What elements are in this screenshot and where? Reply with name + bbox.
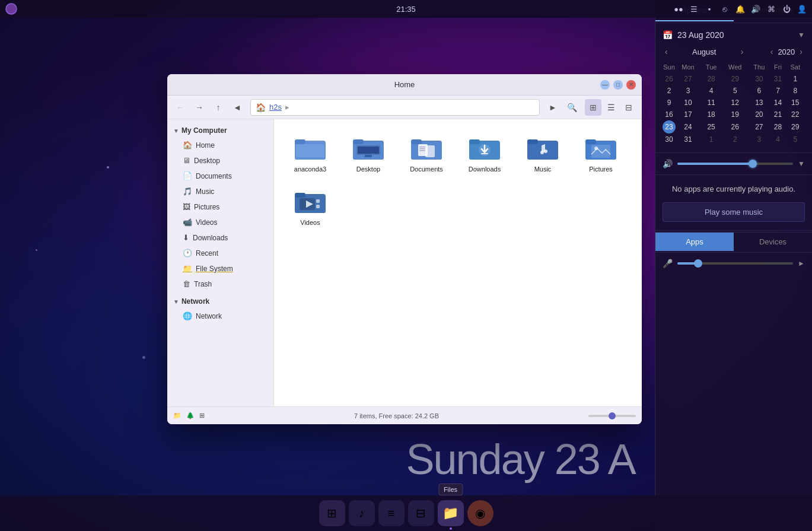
volume-thumb[interactable] xyxy=(749,160,757,168)
sidebar-section-my-computer[interactable]: ▼ My Computer xyxy=(167,124,273,137)
dock-item-music[interactable]: ♪ xyxy=(349,500,375,526)
cal-day[interactable]: 25 xyxy=(700,120,722,133)
window-close-button[interactable]: ✕ xyxy=(626,80,636,90)
play-music-button[interactable]: Play some music xyxy=(663,202,805,222)
folder-music[interactable]: Music xyxy=(516,129,569,177)
cal-day[interactable]: 14 xyxy=(770,97,785,109)
fm-zoom-slider[interactable] xyxy=(588,415,636,417)
taskbar-volume-icon[interactable]: 🔊 xyxy=(750,4,761,14)
dock-item-files[interactable]: 📁 Files xyxy=(438,500,464,526)
cal-day[interactable]: 28 xyxy=(700,73,722,85)
dock-item-candy[interactable]: ◉ xyxy=(467,500,493,526)
cal-day[interactable]: 20 xyxy=(748,109,770,120)
volume-expand-button[interactable]: ▼ xyxy=(798,160,805,168)
cal-day[interactable]: 13 xyxy=(748,97,770,109)
dock-item-grid[interactable]: ⊞ xyxy=(319,500,345,526)
status-tree-icon[interactable]: 🌲 xyxy=(186,412,195,419)
zoom-thumb[interactable] xyxy=(609,412,616,419)
cal-day[interactable]: 28 xyxy=(770,120,785,133)
cal-day[interactable]: 23 xyxy=(663,120,676,133)
cal-next-month-button[interactable]: › xyxy=(738,46,746,58)
cal-next-year-button[interactable]: › xyxy=(797,46,805,58)
cal-prev-month-button[interactable]: ‹ xyxy=(663,46,670,58)
sidebar-item-home[interactable]: 🏠 Home xyxy=(170,138,271,152)
sidebar-item-recent[interactable]: 🕐 Recent xyxy=(170,246,271,260)
back-button[interactable]: ← xyxy=(172,99,189,116)
cal-day[interactable]: 31 xyxy=(676,133,700,145)
cal-day[interactable]: 31 xyxy=(770,73,785,85)
sidebar-item-documents[interactable]: 📄 Documents xyxy=(170,168,271,183)
taskbar-link-icon[interactable]: ⎋ xyxy=(719,4,730,14)
folder-anaconda3[interactable]: anaconda3 xyxy=(284,129,337,177)
up-button[interactable]: ↑ xyxy=(210,99,227,116)
cal-day[interactable]: 7 xyxy=(770,85,785,97)
mic-track[interactable] xyxy=(677,262,793,265)
cal-day[interactable]: 5 xyxy=(722,85,748,97)
forward-button[interactable]: → xyxy=(191,99,208,116)
window-maximize-button[interactable]: □ xyxy=(613,80,623,90)
app-menu-button[interactable] xyxy=(5,2,18,15)
taskbar-bell-icon[interactable]: 🔔 xyxy=(735,4,746,14)
list-view-button[interactable]: ☰ xyxy=(603,99,619,116)
cal-day[interactable]: 30 xyxy=(663,133,676,145)
cal-day[interactable]: 21 xyxy=(770,109,785,120)
folder-videos[interactable]: Videos xyxy=(284,182,337,231)
cal-prev-year-button[interactable]: ‹ xyxy=(768,46,776,58)
status-folder-icon[interactable]: 📁 xyxy=(173,412,181,419)
cal-day[interactable]: 1 xyxy=(786,73,805,85)
tab-devices[interactable]: Devices xyxy=(734,233,812,251)
sidebar-item-network[interactable]: 🌐 Network xyxy=(170,309,271,323)
cal-day[interactable]: 15 xyxy=(786,97,805,109)
cal-day[interactable]: 9 xyxy=(663,97,676,109)
sidebar-section-network[interactable]: ▼ Network xyxy=(167,295,273,308)
cal-day[interactable]: 19 xyxy=(722,109,748,120)
cal-day[interactable]: 10 xyxy=(676,97,700,109)
path-forward-button[interactable]: ► xyxy=(544,99,561,116)
taskbar-dots-icon[interactable]: ●● xyxy=(673,4,684,14)
status-info-icon[interactable]: ⊞ xyxy=(199,412,205,419)
cal-day[interactable]: 17 xyxy=(676,109,700,120)
path-label[interactable]: h2s xyxy=(269,103,282,112)
search-button[interactable]: 🔍 xyxy=(563,99,580,116)
sidebar-item-music[interactable]: 🎵 Music xyxy=(170,184,271,199)
cal-day[interactable]: 6 xyxy=(748,85,770,97)
mic-thumb[interactable] xyxy=(694,259,702,268)
mic-expand-button[interactable]: ► xyxy=(798,259,805,268)
cal-day[interactable]: 2 xyxy=(722,133,748,145)
sidebar-item-pictures[interactable]: 🖼 Pictures xyxy=(170,199,271,214)
cal-day[interactable]: 4 xyxy=(700,85,722,97)
cal-day[interactable]: 26 xyxy=(722,120,748,133)
taskbar-bluetooth-icon[interactable]: ⌘ xyxy=(766,4,776,14)
history-button[interactable]: ◄ xyxy=(229,99,246,116)
cal-day[interactable]: 29 xyxy=(786,120,805,133)
cal-day[interactable]: 1 xyxy=(700,133,722,145)
sidebar-item-downloads[interactable]: ⬇ Downloads xyxy=(170,230,271,245)
cal-day[interactable]: 4 xyxy=(770,133,785,145)
cal-day[interactable]: 2 xyxy=(663,85,676,97)
cal-day[interactable]: 12 xyxy=(722,97,748,109)
volume-track[interactable] xyxy=(677,163,793,165)
cal-day[interactable]: 5 xyxy=(786,133,805,145)
folder-downloads[interactable]: Downloads xyxy=(458,129,511,177)
compact-view-button[interactable]: ⊟ xyxy=(620,99,637,116)
cal-day[interactable]: 16 xyxy=(663,109,676,120)
taskbar-window-icon[interactable]: ▪ xyxy=(704,4,715,14)
folder-pictures[interactable]: Pictures xyxy=(574,129,628,177)
cal-day[interactable]: 18 xyxy=(700,109,722,120)
cal-day[interactable]: 27 xyxy=(676,73,700,85)
sidebar-item-trash[interactable]: 🗑 Trash xyxy=(170,276,271,291)
cal-day[interactable]: 22 xyxy=(786,109,805,120)
cal-day[interactable]: 26 xyxy=(663,73,676,85)
cal-day[interactable]: 8 xyxy=(786,85,805,97)
dock-item-notes[interactable]: ≡ xyxy=(378,500,405,526)
cal-day[interactable]: 3 xyxy=(748,133,770,145)
sidebar-item-filesystem[interactable]: 📁 File System xyxy=(170,261,271,276)
taskbar-menu-icon[interactable]: ☰ xyxy=(689,4,699,14)
cal-day[interactable]: 27 xyxy=(748,120,770,133)
cal-day[interactable]: 24 xyxy=(676,120,700,133)
cal-day[interactable]: 11 xyxy=(700,97,722,109)
cal-dropdown-button[interactable]: ▼ xyxy=(798,31,805,39)
cal-year-label[interactable]: 2020 xyxy=(778,47,795,56)
grid-view-button[interactable]: ⊞ xyxy=(585,99,601,116)
taskbar-power-icon[interactable]: ⏻ xyxy=(781,4,792,14)
